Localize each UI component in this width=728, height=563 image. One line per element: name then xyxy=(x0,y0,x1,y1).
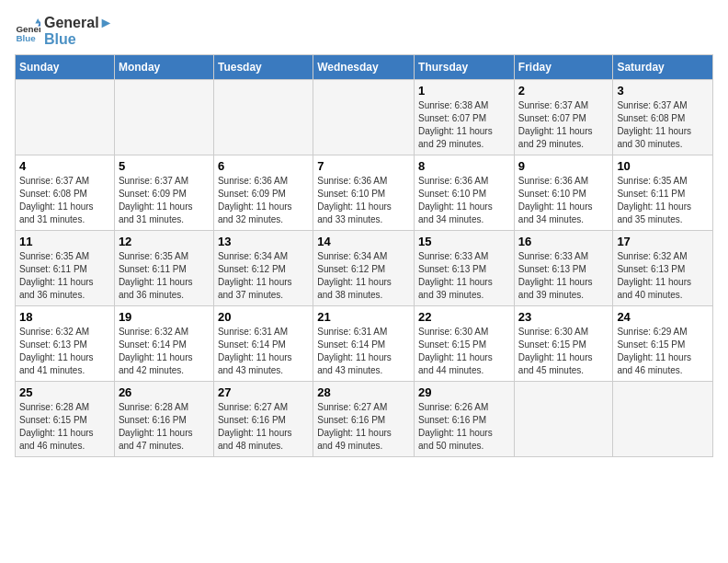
calendar-header-row: SundayMondayTuesdayWednesdayThursdayFrid… xyxy=(16,55,713,80)
day-info: Sunrise: 6:30 AM Sunset: 6:15 PM Dayligh… xyxy=(418,326,510,377)
day-number: 3 xyxy=(617,84,709,98)
calendar-cell xyxy=(514,382,613,457)
day-number: 29 xyxy=(418,385,510,399)
header-saturday: Saturday xyxy=(613,55,713,80)
calendar-cell: 20Sunrise: 6:31 AM Sunset: 6:14 PM Dayli… xyxy=(213,306,313,382)
calendar-cell: 29Sunrise: 6:26 AM Sunset: 6:16 PM Dayli… xyxy=(415,382,515,457)
day-number: 10 xyxy=(617,159,709,173)
day-number: 24 xyxy=(617,310,709,324)
calendar-cell: 9Sunrise: 6:36 AM Sunset: 6:10 PM Daylig… xyxy=(514,155,613,231)
calendar-cell: 19Sunrise: 6:32 AM Sunset: 6:14 PM Dayli… xyxy=(114,306,213,382)
day-number: 22 xyxy=(418,310,510,324)
week-row-5: 25Sunrise: 6:28 AM Sunset: 6:15 PM Dayli… xyxy=(16,382,713,457)
day-number: 28 xyxy=(317,385,410,399)
day-number: 1 xyxy=(418,84,510,98)
calendar-cell: 25Sunrise: 6:28 AM Sunset: 6:15 PM Dayli… xyxy=(16,382,115,457)
day-info: Sunrise: 6:30 AM Sunset: 6:15 PM Dayligh… xyxy=(518,326,609,377)
day-number: 9 xyxy=(518,159,609,173)
day-number: 15 xyxy=(418,235,510,248)
day-number: 6 xyxy=(218,159,309,173)
day-number: 11 xyxy=(19,235,110,248)
day-info: Sunrise: 6:33 AM Sunset: 6:13 PM Dayligh… xyxy=(518,250,609,302)
day-number: 25 xyxy=(19,385,110,399)
day-info: Sunrise: 6:32 AM Sunset: 6:13 PM Dayligh… xyxy=(19,326,110,377)
calendar-cell: 4Sunrise: 6:37 AM Sunset: 6:08 PM Daylig… xyxy=(16,155,115,231)
day-number: 27 xyxy=(218,385,309,399)
calendar-cell: 14Sunrise: 6:34 AM Sunset: 6:12 PM Dayli… xyxy=(313,231,415,306)
calendar-cell: 21Sunrise: 6:31 AM Sunset: 6:14 PM Dayli… xyxy=(313,306,415,382)
day-info: Sunrise: 6:36 AM Sunset: 6:10 PM Dayligh… xyxy=(518,175,609,226)
day-info: Sunrise: 6:31 AM Sunset: 6:14 PM Dayligh… xyxy=(218,326,309,377)
day-number: 13 xyxy=(218,235,309,248)
day-info: Sunrise: 6:27 AM Sunset: 6:16 PM Dayligh… xyxy=(317,401,410,453)
calendar-cell xyxy=(213,80,313,155)
header-wednesday: Wednesday xyxy=(313,55,415,80)
day-info: Sunrise: 6:31 AM Sunset: 6:14 PM Dayligh… xyxy=(317,326,410,377)
calendar-cell: 26Sunrise: 6:28 AM Sunset: 6:16 PM Dayli… xyxy=(114,382,213,457)
logo-icon: General Blue xyxy=(15,18,40,44)
day-info: Sunrise: 6:37 AM Sunset: 6:08 PM Dayligh… xyxy=(617,99,709,151)
calendar-table: SundayMondayTuesdayWednesdayThursdayFrid… xyxy=(15,54,713,457)
header-friday: Friday xyxy=(514,55,613,80)
calendar-cell: 13Sunrise: 6:34 AM Sunset: 6:12 PM Dayli… xyxy=(213,231,313,306)
day-info: Sunrise: 6:37 AM Sunset: 6:07 PM Dayligh… xyxy=(518,99,609,151)
day-info: Sunrise: 6:32 AM Sunset: 6:13 PM Dayligh… xyxy=(617,250,709,302)
week-row-1: 1Sunrise: 6:38 AM Sunset: 6:07 PM Daylig… xyxy=(16,80,713,155)
calendar-cell: 18Sunrise: 6:32 AM Sunset: 6:13 PM Dayli… xyxy=(16,306,115,382)
day-number: 8 xyxy=(418,159,510,173)
header-sunday: Sunday xyxy=(16,55,115,80)
day-info: Sunrise: 6:35 AM Sunset: 6:11 PM Dayligh… xyxy=(19,250,110,302)
day-number: 20 xyxy=(218,310,309,324)
calendar-cell: 3Sunrise: 6:37 AM Sunset: 6:08 PM Daylig… xyxy=(613,80,713,155)
calendar-cell: 24Sunrise: 6:29 AM Sunset: 6:15 PM Dayli… xyxy=(613,306,713,382)
calendar-cell: 23Sunrise: 6:30 AM Sunset: 6:15 PM Dayli… xyxy=(514,306,613,382)
day-number: 12 xyxy=(119,235,210,248)
day-info: Sunrise: 6:27 AM Sunset: 6:16 PM Dayligh… xyxy=(218,401,309,453)
day-number: 23 xyxy=(518,310,609,324)
day-number: 26 xyxy=(119,385,210,399)
calendar-cell: 16Sunrise: 6:33 AM Sunset: 6:13 PM Dayli… xyxy=(514,231,613,306)
calendar-cell xyxy=(114,80,213,155)
day-number: 2 xyxy=(518,84,609,98)
day-info: Sunrise: 6:29 AM Sunset: 6:15 PM Dayligh… xyxy=(617,326,709,377)
day-info: Sunrise: 6:38 AM Sunset: 6:07 PM Dayligh… xyxy=(418,99,510,151)
calendar-cell: 8Sunrise: 6:36 AM Sunset: 6:10 PM Daylig… xyxy=(415,155,515,231)
calendar-cell: 5Sunrise: 6:37 AM Sunset: 6:09 PM Daylig… xyxy=(114,155,213,231)
day-info: Sunrise: 6:32 AM Sunset: 6:14 PM Dayligh… xyxy=(119,326,210,377)
calendar-cell: 1Sunrise: 6:38 AM Sunset: 6:07 PM Daylig… xyxy=(415,80,515,155)
calendar-cell xyxy=(313,80,415,155)
header-thursday: Thursday xyxy=(415,55,515,80)
logo: General Blue General► Blue xyxy=(15,15,113,47)
calendar-cell: 2Sunrise: 6:37 AM Sunset: 6:07 PM Daylig… xyxy=(514,80,613,155)
day-number: 14 xyxy=(317,235,410,248)
day-number: 5 xyxy=(119,159,210,173)
header-monday: Monday xyxy=(114,55,213,80)
day-number: 21 xyxy=(317,310,410,324)
day-info: Sunrise: 6:36 AM Sunset: 6:10 PM Dayligh… xyxy=(317,175,410,226)
week-row-4: 18Sunrise: 6:32 AM Sunset: 6:13 PM Dayli… xyxy=(16,306,713,382)
day-info: Sunrise: 6:34 AM Sunset: 6:12 PM Dayligh… xyxy=(218,250,309,302)
day-info: Sunrise: 6:26 AM Sunset: 6:16 PM Dayligh… xyxy=(418,401,510,453)
day-number: 16 xyxy=(518,235,609,248)
day-number: 17 xyxy=(617,235,709,248)
calendar-cell: 17Sunrise: 6:32 AM Sunset: 6:13 PM Dayli… xyxy=(613,231,713,306)
day-number: 7 xyxy=(317,159,410,173)
day-info: Sunrise: 6:37 AM Sunset: 6:09 PM Dayligh… xyxy=(119,175,210,226)
day-info: Sunrise: 6:28 AM Sunset: 6:15 PM Dayligh… xyxy=(19,401,110,453)
week-row-3: 11Sunrise: 6:35 AM Sunset: 6:11 PM Dayli… xyxy=(16,231,713,306)
calendar-cell xyxy=(16,80,115,155)
day-number: 4 xyxy=(19,159,110,173)
day-info: Sunrise: 6:28 AM Sunset: 6:16 PM Dayligh… xyxy=(119,401,210,453)
calendar-cell: 10Sunrise: 6:35 AM Sunset: 6:11 PM Dayli… xyxy=(613,155,713,231)
calendar-cell xyxy=(613,382,713,457)
calendar-cell: 27Sunrise: 6:27 AM Sunset: 6:16 PM Dayli… xyxy=(213,382,313,457)
calendar-cell: 6Sunrise: 6:36 AM Sunset: 6:09 PM Daylig… xyxy=(213,155,313,231)
svg-text:Blue: Blue xyxy=(16,33,36,43)
day-info: Sunrise: 6:37 AM Sunset: 6:08 PM Dayligh… xyxy=(19,175,110,226)
day-info: Sunrise: 6:36 AM Sunset: 6:10 PM Dayligh… xyxy=(418,175,510,226)
calendar-cell: 15Sunrise: 6:33 AM Sunset: 6:13 PM Dayli… xyxy=(415,231,515,306)
calendar-cell: 11Sunrise: 6:35 AM Sunset: 6:11 PM Dayli… xyxy=(16,231,115,306)
calendar-cell: 22Sunrise: 6:30 AM Sunset: 6:15 PM Dayli… xyxy=(415,306,515,382)
calendar-cell: 12Sunrise: 6:35 AM Sunset: 6:11 PM Dayli… xyxy=(114,231,213,306)
week-row-2: 4Sunrise: 6:37 AM Sunset: 6:08 PM Daylig… xyxy=(16,155,713,231)
